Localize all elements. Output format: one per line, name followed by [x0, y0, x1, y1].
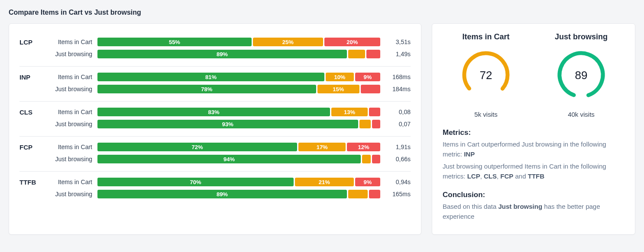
gauge-visits: 5k visits: [458, 111, 514, 118]
metric-value: 0,08: [380, 108, 411, 115]
metric-value: 168ms: [380, 73, 411, 80]
series-name: Items in Cart: [45, 179, 97, 185]
metric-value: 0,94s: [380, 179, 411, 185]
series-name: Just browsing: [45, 86, 97, 93]
series-name: Just browsing: [45, 51, 97, 57]
bar-segment-bad: 12%: [347, 143, 380, 151]
metric-row: Just browsing89%1,49s: [19, 48, 411, 60]
gauge-visits: 40k visits: [553, 111, 609, 118]
metric-row: FCPItems in Cart72%17%12%1,91s: [19, 141, 411, 153]
stacked-bar: 81%10%9%: [97, 73, 380, 81]
metric-row: Just browsing93%0,07: [19, 118, 411, 130]
bar-segment-bad: 9%: [355, 73, 380, 81]
bar-segment-good: 81%: [97, 73, 324, 81]
metric-block-ttfb: TTFBItems in Cart70%21%9%0,94sJust brows…: [19, 172, 411, 202]
bar-segment-bad: [366, 50, 380, 58]
gauge-title: Just browsing: [553, 32, 609, 41]
stacked-bar: 78%15%: [97, 85, 380, 93]
bar-segment-warn: [359, 120, 371, 128]
metric-value: 3,51s: [380, 38, 411, 45]
metric-row: Just browsing78%15%184ms: [19, 83, 411, 95]
gauge-ring-icon: 72: [458, 47, 514, 103]
summary-line-2: Just browsing outperformed Items in Cart…: [443, 162, 625, 181]
metric-block-cls: CLSItems in Cart83%13%0,08Just browsing9…: [19, 102, 411, 137]
summary-card: Items in Cart725k visitsJust browsing894…: [432, 23, 635, 235]
stacked-bar: 93%: [97, 120, 380, 128]
stacked-bar: 94%: [97, 155, 380, 163]
gauge: Just browsing8940k visits: [553, 32, 609, 118]
bar-segment-warn: 13%: [331, 108, 368, 116]
gauges-row: Items in Cart725k visitsJust browsing894…: [443, 32, 625, 118]
metrics-card: LCPItems in Cart55%25%20%3,51sJust brows…: [9, 23, 421, 235]
metrics-heading: Metrics:: [443, 128, 625, 137]
bar-segment-good: 72%: [97, 143, 297, 151]
metric-row: TTFBItems in Cart70%21%9%0,94s: [19, 176, 411, 188]
bar-segment-bad: 9%: [355, 178, 380, 186]
bar-segment-warn: [362, 155, 370, 163]
bar-segment-warn: 17%: [298, 143, 346, 151]
metric-name: LCP: [19, 38, 45, 46]
stacked-bar: 83%13%: [97, 108, 380, 116]
metric-value: 184ms: [380, 86, 411, 93]
gauge-score: 89: [575, 69, 588, 82]
bar-segment-good: 89%: [97, 50, 347, 58]
metric-name: FCP: [19, 144, 45, 151]
conclusion-text: Based on this data Just browsing has the…: [443, 202, 625, 221]
series-name: Items in Cart: [45, 108, 97, 115]
bar-segment-good: 83%: [97, 108, 330, 116]
stacked-bar: 89%: [97, 50, 380, 58]
bar-segment-good: 78%: [97, 85, 316, 93]
conclusion-heading: Conclusion:: [443, 191, 625, 199]
series-name: Items in Cart: [45, 38, 97, 45]
gauge-title: Items in Cart: [458, 32, 514, 41]
series-name: Just browsing: [45, 191, 97, 198]
gauge: Items in Cart725k visits: [458, 32, 514, 118]
metric-row: CLSItems in Cart83%13%0,08: [19, 106, 411, 118]
series-name: Items in Cart: [45, 73, 97, 80]
metric-row: LCPItems in Cart55%25%20%3,51s: [19, 36, 411, 48]
metric-value: 0,07: [380, 121, 411, 128]
bar-segment-good: 70%: [97, 178, 294, 186]
metric-block-inp: INPItems in Cart81%10%9%168msJust browsi…: [19, 67, 411, 102]
metric-value: 0,66s: [380, 156, 411, 163]
bar-segment-good: 94%: [97, 155, 361, 163]
stacked-bar: 55%25%20%: [97, 38, 380, 46]
page-title: Compare Items in Cart vs Just browsing: [9, 9, 635, 16]
metric-value: 1,49s: [380, 51, 411, 57]
bar-segment-good: 89%: [97, 190, 347, 198]
bar-segment-warn: [348, 50, 365, 58]
metric-block-lcp: LCPItems in Cart55%25%20%3,51sJust brows…: [19, 32, 411, 67]
bar-segment-bad: [361, 85, 380, 93]
bar-segment-good: 93%: [97, 120, 358, 128]
stacked-bar: 89%: [97, 190, 380, 198]
bar-segment-bad: [369, 108, 380, 116]
metric-row: INPItems in Cart81%10%9%168ms: [19, 71, 411, 83]
bar-segment-bad: [372, 120, 380, 128]
metric-name: INP: [19, 73, 45, 81]
bar-segment-bad: [369, 190, 380, 198]
metric-name: CLS: [19, 108, 45, 116]
gauge-ring-icon: 89: [553, 47, 609, 103]
metric-value: 165ms: [380, 191, 411, 198]
series-name: Just browsing: [45, 156, 97, 163]
bar-segment-warn: 25%: [253, 38, 323, 46]
bar-segment-warn: 10%: [326, 73, 354, 81]
bar-segment-good: 55%: [97, 38, 252, 46]
bar-segment-bad: [372, 155, 380, 163]
metric-value: 1,91s: [380, 144, 411, 150]
metric-block-fcp: FCPItems in Cart72%17%12%1,91sJust brows…: [19, 137, 411, 172]
summary-line-1: Items in Cart outperformed Just browsing…: [443, 140, 625, 159]
series-name: Items in Cart: [45, 144, 97, 150]
stacked-bar: 70%21%9%: [97, 178, 380, 186]
metric-row: Just browsing89%165ms: [19, 188, 411, 200]
metric-name: TTFB: [19, 179, 45, 186]
bar-segment-bad: 20%: [324, 38, 380, 46]
bar-segment-warn: 21%: [295, 178, 354, 186]
panels: LCPItems in Cart55%25%20%3,51sJust brows…: [9, 23, 635, 235]
stacked-bar: 72%17%12%: [97, 143, 380, 151]
series-name: Just browsing: [45, 121, 97, 128]
gauge-score: 72: [480, 69, 492, 82]
bar-segment-warn: [348, 190, 368, 198]
bar-segment-warn: 15%: [317, 85, 359, 93]
metric-row: Just browsing94%0,66s: [19, 153, 411, 165]
